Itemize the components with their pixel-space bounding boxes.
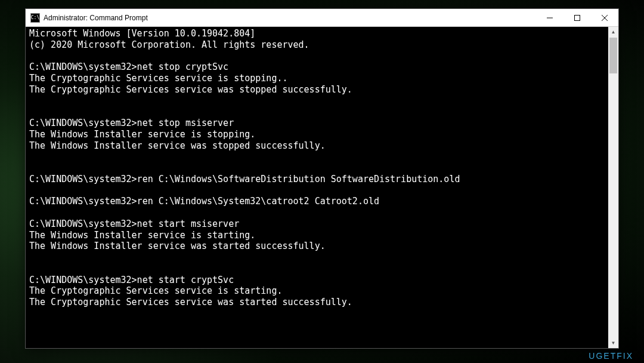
window-title: Administrator: Command Prompt bbox=[44, 14, 536, 22]
terminal-line: C:\WINDOWS\system32>ren C:\Windows\Softw… bbox=[29, 174, 615, 185]
terminal-line bbox=[29, 319, 615, 331]
terminal-line: The Windows Installer service is startin… bbox=[29, 230, 615, 241]
scrollbar-down-arrow-icon[interactable]: ▼ bbox=[608, 338, 618, 348]
terminal-line: C:\WINDOWS\system32>net start cryptSvc bbox=[29, 275, 615, 286]
svg-rect-1 bbox=[575, 15, 580, 20]
terminal-line bbox=[29, 207, 615, 219]
terminal-line bbox=[29, 263, 615, 275]
watermark-text: UGETFIX bbox=[589, 351, 633, 361]
cmd-icon-text: C:\ bbox=[31, 15, 39, 20]
terminal-line: Microsoft Windows [Version 10.0.19042.80… bbox=[29, 28, 615, 39]
maximize-icon bbox=[574, 15, 580, 21]
terminal-line bbox=[29, 151, 615, 162]
close-icon bbox=[602, 15, 608, 21]
maximize-button[interactable] bbox=[564, 9, 591, 26]
terminal-line bbox=[29, 185, 615, 196]
terminal-line: C:\WINDOWS\system32>net start msiserver bbox=[29, 219, 615, 230]
terminal-line: The Windows Installer service is stoppin… bbox=[29, 129, 615, 140]
cmd-icon: C:\ bbox=[30, 13, 40, 23]
terminal-line bbox=[29, 308, 615, 319]
titlebar[interactable]: C:\ Administrator: Command Prompt bbox=[26, 9, 618, 27]
terminal-line: C:\WINDOWS\system32>net stop msiserver bbox=[29, 118, 615, 129]
scrollbar-thumb[interactable] bbox=[609, 38, 617, 73]
close-button[interactable] bbox=[591, 9, 618, 26]
terminal-line bbox=[29, 162, 615, 174]
terminal-line bbox=[29, 96, 615, 107]
command-prompt-window: C:\ Administrator: Command Prompt Micros… bbox=[25, 8, 619, 349]
terminal-line: The Cryptographic Services service is st… bbox=[29, 285, 615, 297]
terminal-line: The Windows Installer service was stoppe… bbox=[29, 140, 615, 152]
scrollbar-track[interactable]: ▲ ▼ bbox=[608, 27, 618, 348]
terminal-line bbox=[29, 51, 615, 62]
window-controls bbox=[536, 9, 618, 26]
terminal-line: C:\WINDOWS\system32>net stop cryptSvc bbox=[29, 61, 615, 73]
terminal-line: The Windows Installer service was starte… bbox=[29, 241, 615, 252]
minimize-button[interactable] bbox=[536, 9, 564, 26]
terminal-line: The Cryptographic Services service was s… bbox=[29, 84, 615, 96]
terminal-line bbox=[29, 106, 615, 118]
terminal-output[interactable]: Microsoft Windows [Version 10.0.19042.80… bbox=[26, 27, 618, 348]
minimize-icon bbox=[547, 15, 553, 21]
terminal-line: C:\WINDOWS\system32>ren C:\Windows\Syste… bbox=[29, 196, 615, 207]
terminal-line: The Cryptographic Services service is st… bbox=[29, 73, 615, 84]
terminal-line bbox=[29, 252, 615, 263]
terminal-line: The Cryptographic Services service was s… bbox=[29, 297, 615, 308]
scrollbar-up-arrow-icon[interactable]: ▲ bbox=[608, 27, 618, 37]
terminal-line: (c) 2020 Microsoft Corporation. All righ… bbox=[29, 39, 615, 51]
